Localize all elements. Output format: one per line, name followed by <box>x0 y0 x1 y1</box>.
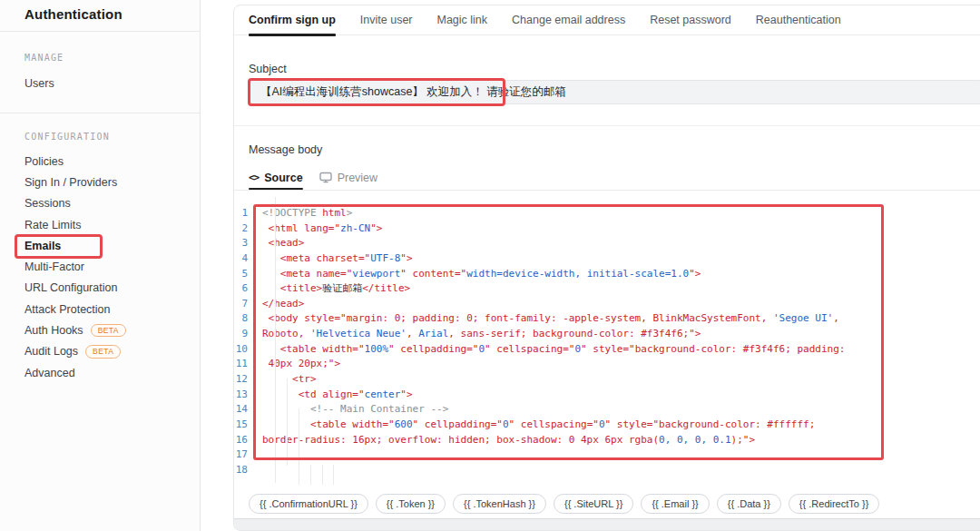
line-number: 14 <box>234 402 248 418</box>
auth-sidebar: Authentication MANAGE Users CONFIGURATIO… <box>0 0 201 531</box>
indent-guide <box>287 379 288 466</box>
indent-guide <box>275 197 276 483</box>
line-number: 10 <box>234 342 248 358</box>
code-line: border-radius: 16px; overflow: hidden; b… <box>262 433 980 448</box>
code-line <box>262 463 980 478</box>
panel-footer-strip <box>234 518 980 531</box>
sidebar-item-attack-protection[interactable]: Attack Protection <box>0 299 201 320</box>
code-line: <!DOCTYPE html> <box>262 206 980 221</box>
tab-reset-password[interactable]: Reset password <box>650 5 731 35</box>
sidebar-item-sign-in-providers[interactable]: Sign In / Providers <box>0 172 201 192</box>
code-line <box>262 447 980 463</box>
divider <box>0 113 201 113</box>
code-line: <meta charset="UTF-8"> <box>262 251 980 267</box>
page-title: Authentication <box>24 6 122 22</box>
code-line: <head> <box>262 236 980 251</box>
line-number: 3 <box>234 236 248 251</box>
code-line: Roboto, 'Helvetica Neue', Arial, sans-se… <box>262 327 980 342</box>
indent-guide <box>322 465 323 485</box>
tab-preview[interactable]: Preview <box>319 165 377 190</box>
line-number: 18 <box>234 463 248 478</box>
code-line: <meta name="viewport" content="width=dev… <box>262 267 980 282</box>
tab-invite-user[interactable]: Invite user <box>360 5 413 35</box>
beta-badge: BETA <box>91 324 126 338</box>
sidebar-item-label: Sessions <box>24 197 71 210</box>
subject-value: 【AI编程出海训练营showcase】 欢迎加入！ 请验证您的邮箱 <box>260 84 566 100</box>
subject-label: Subject <box>249 63 287 75</box>
sidebar-item-label: Policies <box>24 155 64 168</box>
divider <box>234 125 980 126</box>
sidebar-item-label: Multi-Factor <box>24 261 84 273</box>
message-body-label: Message body <box>249 143 322 156</box>
subject-input[interactable]: 【AI编程出海训练营showcase】 欢迎加入！ 请验证您的邮箱 <box>249 80 980 104</box>
divider <box>0 31 201 32</box>
code-line: </head> <box>262 297 980 312</box>
template-variables: {{ .ConfirmationURL }}{{ .Token }}{{ .To… <box>249 494 879 514</box>
sidebar-item-label: Advanced <box>24 367 75 379</box>
sidebar-item-users[interactable]: Users <box>0 73 201 93</box>
line-number: 15 <box>234 418 248 433</box>
sidebar-item-label: Auth Hooks <box>24 324 83 337</box>
variable-pill-siteurl[interactable]: {{ .SiteURL }} <box>554 494 633 514</box>
code-line: 40px 20px;"> <box>262 357 980 372</box>
code-line: <title>验证邮箱</title> <box>262 281 980 297</box>
sidebar-configuration-items: PoliciesSign In / ProvidersSessionsRate … <box>0 151 201 383</box>
variable-pill-email[interactable]: {{ .Email }} <box>641 494 709 514</box>
sidebar-item-url-configuration[interactable]: URL Configuration <box>0 278 201 299</box>
beta-badge: BETA <box>85 345 121 359</box>
sidebar-item-label: Audit Logs <box>24 345 78 358</box>
sidebar-item-label: Attack Protection <box>24 303 111 316</box>
sidebar-item-advanced[interactable]: Advanced <box>0 362 201 383</box>
sidebar-item-multi-factor[interactable]: Multi-Factor <box>0 256 201 277</box>
line-number: 2 <box>234 221 248 237</box>
line-number: 16 <box>234 433 248 448</box>
sidebar-section-manage-label: MANAGE <box>24 53 64 63</box>
monitor-icon <box>319 172 332 183</box>
line-number: 7 <box>234 297 248 312</box>
sidebar-section-configuration-label: CONFIGURATION <box>24 132 110 142</box>
tab-source-label: Source <box>264 172 302 184</box>
sidebar-item-policies[interactable]: Policies <box>0 151 201 172</box>
code-line: <table width="600" cellpadding="0" cells… <box>262 418 980 433</box>
code-line: <html lang="zh-CN"> <box>262 221 980 237</box>
code-line: <body style="margin: 0; padding: 0; font… <box>262 311 980 327</box>
sidebar-item-label: Sign In / Providers <box>24 176 117 189</box>
line-number: 11 <box>234 357 248 372</box>
variable-pill-redirectto[interactable]: {{ .RedirectTo }} <box>789 494 879 514</box>
line-number: 12 <box>234 372 248 388</box>
variable-pill-token[interactable]: {{ .Token }} <box>376 494 446 514</box>
sidebar-item-emails[interactable]: Emails <box>0 235 201 256</box>
sidebar-item-sessions[interactable]: Sessions <box>0 193 201 214</box>
sidebar-item-label: URL Configuration <box>24 281 117 294</box>
variable-pill-confirmationurl[interactable]: {{ .ConfirmationURL }} <box>249 494 368 514</box>
indent-guide <box>310 465 311 485</box>
code-line: <table width="100%" cellpadding="0" cell… <box>262 342 980 358</box>
indent-guide <box>333 465 334 485</box>
code-icon: <> <box>249 172 259 183</box>
line-number: 9 <box>234 327 248 342</box>
code-line: <tr> <box>262 372 980 388</box>
tab-preview-label: Preview <box>338 172 377 184</box>
code-editor[interactable]: 123456789101112131415161718 <!DOCTYPE ht… <box>234 190 980 484</box>
sidebar-item-audit-logs[interactable]: Audit LogsBETA <box>0 341 201 362</box>
line-number: 4 <box>234 251 248 267</box>
variable-pill-data[interactable]: {{ .Data }} <box>717 494 781 514</box>
code-line: <td align="center"> <box>262 388 980 403</box>
email-templates-panel: Confirm sign upInvite userMagic linkChan… <box>233 5 980 531</box>
tab-source[interactable]: <> Source <box>249 165 303 190</box>
tab-confirm-sign-up[interactable]: Confirm sign up <box>249 5 336 35</box>
sidebar-item-rate-limits[interactable]: Rate Limits <box>0 214 201 235</box>
editor-view-tabs: <> Source Preview <box>249 165 377 190</box>
tab-magic-link[interactable]: Magic link <box>437 5 488 35</box>
line-number: 6 <box>234 281 248 297</box>
sidebar-manage-items: Users <box>0 73 201 93</box>
tab-reauthentication[interactable]: Reauthentication <box>756 5 841 35</box>
template-tabs: Confirm sign upInvite userMagic linkChan… <box>234 5 980 35</box>
editor-code: <!DOCTYPE html> <html lang="zh-CN"> <hea… <box>262 206 980 478</box>
variable-pill-tokenhash[interactable]: {{ .TokenHash }} <box>453 494 546 514</box>
tab-change-email-address[interactable]: Change email address <box>512 5 625 35</box>
editor-line-numbers: 123456789101112131415161718 <box>234 206 248 478</box>
line-number: 5 <box>234 267 248 282</box>
line-number: 1 <box>234 206 248 221</box>
sidebar-item-auth-hooks[interactable]: Auth HooksBETA <box>0 320 201 340</box>
